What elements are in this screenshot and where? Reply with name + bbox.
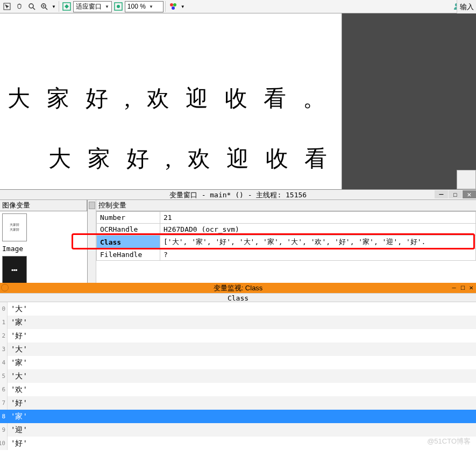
variable-window-titlebar: 变量窗口 - main* () - 主线程: 15156 ─ ☐ ✕ (0, 189, 476, 199)
var-value: 21 (160, 212, 476, 224)
list-item[interactable]: 2'好' (0, 329, 476, 342)
row-index: 10 (0, 437, 8, 450)
row-value: '家' (8, 318, 476, 327)
var-value: ? (160, 249, 476, 261)
list-item[interactable]: 5'大' (0, 369, 476, 383)
main-toolbar: ▼ 适应窗口 ▼ 100 % ▼ ▼ (0, 0, 476, 13)
zoom-tool[interactable] (26, 1, 38, 12)
list-item-selected[interactable]: 8'家' (0, 410, 476, 423)
svg-line-2 (33, 8, 35, 10)
fit-window-label: 适应窗口 (76, 2, 102, 11)
variable-window-title: 变量窗口 - main* () - 主线程: 15156 (169, 191, 307, 199)
separator (59, 1, 59, 12)
image-canvas[interactable]: 大 家 好 , 欢 迎 收 看 。 大 家 好 , 欢 迎 收 看 。 (0, 13, 342, 189)
var-name: Number (97, 212, 160, 224)
monitor-title-text: 变量监视: Class (214, 284, 263, 292)
row-value: '好' (8, 439, 476, 448)
var-value: ['大', '家', '好', '大', '家', '大', '欢', '好',… (160, 235, 476, 249)
table-row[interactable]: Number 21 (97, 212, 476, 224)
color-dropdown-icon[interactable]: ▼ (180, 4, 186, 9)
row-index: 0 (0, 302, 8, 316)
list-item[interactable]: 1'家' (0, 316, 476, 329)
minimize-button[interactable]: ─ (450, 284, 458, 291)
list-item[interactable]: 4'家' (0, 356, 476, 369)
row-value: '家' (8, 412, 476, 422)
scrollbar[interactable] (88, 200, 96, 283)
maximize-button[interactable]: ☐ (449, 190, 462, 198)
row-index: 1 (0, 316, 8, 329)
fit-icon[interactable] (61, 1, 73, 12)
svg-point-10 (170, 3, 173, 6)
separator (165, 1, 166, 12)
chevron-down-icon: ▼ (149, 4, 153, 9)
fit-window-dropdown[interactable]: 适应窗口 ▼ (73, 1, 112, 12)
panel-corner-box (457, 170, 476, 189)
list-item[interactable]: 7'好' (0, 396, 476, 410)
row-index: 2 (0, 329, 8, 342)
row-index: 5 (0, 369, 8, 383)
row-value: '欢' (8, 385, 476, 395)
input-label: 输入 (457, 0, 476, 13)
var-name: FileHandle (97, 249, 160, 261)
row-index: 6 (0, 383, 8, 396)
variable-window-body: 图像变量 大家好大家好 Image ■■■ 控制变量 Number 21 OCR… (0, 199, 476, 283)
class-value-list: 0'大'1'家'2'好'3'大'4'家'5'大'6'欢'7'好'8'家'9'迎'… (0, 302, 476, 450)
svg-line-4 (45, 8, 47, 10)
color-tool[interactable] (167, 1, 179, 12)
monitor-icon (1, 284, 9, 291)
side-gray-panel: 输入 (342, 13, 476, 189)
svg-point-11 (173, 3, 176, 6)
table-row[interactable]: FileHandle ? (97, 249, 476, 261)
svg-point-12 (172, 6, 175, 10)
variable-monitor-titlebar: 变量监视: Class ─ ☐ ✕ (0, 283, 476, 293)
table-row[interactable]: OCRHandle H267DAD0 (ocr_svm) (97, 224, 476, 235)
list-item[interactable]: 3'大' (0, 342, 476, 356)
chevron-down-icon: ▼ (105, 4, 109, 9)
image-thumbnail[interactable]: 大家好大家好 (2, 213, 27, 241)
minimize-button[interactable]: ─ (435, 190, 448, 198)
zoom-level-icon[interactable] (112, 1, 124, 12)
close-button[interactable]: ✕ (467, 284, 475, 291)
image-label: Image (0, 244, 87, 254)
image-thumbnail-dark[interactable]: ■■■ (2, 256, 27, 284)
var-name: Class (97, 235, 160, 249)
canvas-text-line1: 大 家 好 , 欢 迎 收 看 。 (8, 83, 331, 113)
row-value: '家' (8, 358, 476, 368)
image-variables-label: 图像变量 (0, 200, 87, 211)
control-variables-column: 控制变量 Number 21 OCRHandle H267DAD0 (ocr_s… (96, 200, 476, 283)
list-item[interactable]: 10'好' (0, 437, 476, 450)
row-index: 8 (0, 410, 8, 423)
hand-tool[interactable] (13, 1, 25, 12)
row-value: '大' (8, 345, 476, 354)
zoom-dropdown-icon[interactable]: ▼ (51, 4, 57, 9)
pointer-tool[interactable] (1, 1, 13, 12)
row-value: '大' (8, 372, 476, 381)
var-name: OCRHandle (97, 224, 160, 235)
variable-table: Number 21 OCRHandle H267DAD0 (ocr_svm) C… (96, 211, 476, 261)
svg-point-9 (117, 5, 120, 8)
list-item[interactable]: 0'大' (0, 302, 476, 316)
class-column-header: Class (0, 293, 476, 302)
row-index: 4 (0, 356, 8, 369)
row-index: 3 (0, 342, 8, 356)
svg-point-1 (29, 4, 33, 8)
row-value: '好' (8, 398, 476, 408)
zoom-value: 100 % (127, 3, 146, 10)
close-button[interactable]: ✕ (463, 190, 476, 198)
row-index: 9 (0, 423, 8, 437)
control-variables-label: 控制变量 (96, 200, 476, 211)
watermark: @51CTO博客 (427, 437, 471, 446)
list-item[interactable]: 6'欢' (0, 383, 476, 396)
image-variables-column: 图像变量 大家好大家好 Image ■■■ (0, 200, 88, 283)
list-item[interactable]: 9'迎' (0, 423, 476, 437)
zoom-dropdown[interactable]: 100 % ▼ (125, 1, 164, 12)
var-value: H267DAD0 (ocr_svm) (160, 224, 476, 235)
row-value: '好' (8, 331, 476, 341)
row-value: '大' (8, 304, 476, 314)
row-value: '迎' (8, 425, 476, 435)
table-row-selected[interactable]: Class ['大', '家', '好', '大', '家', '大', '欢'… (97, 235, 476, 249)
main-area: 大 家 好 , 欢 迎 收 看 。 大 家 好 , 欢 迎 收 看 。 输入 (0, 13, 476, 189)
zoom-in-tool[interactable] (38, 1, 50, 12)
maximize-button[interactable]: ☐ (459, 284, 466, 291)
row-index: 7 (0, 396, 8, 410)
